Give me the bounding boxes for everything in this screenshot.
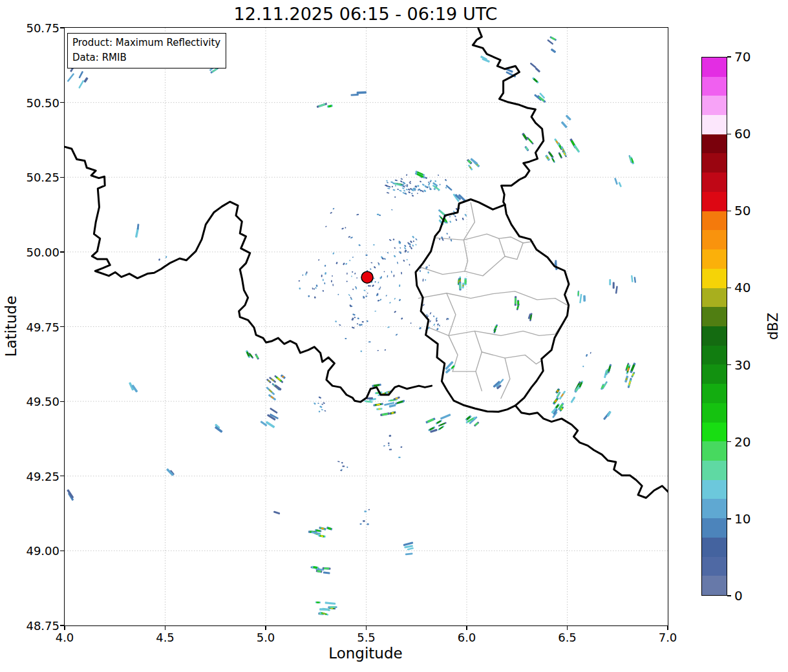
radar-figure: 12.11.2025 06:15 - 06:19 UTC Product: Ma… <box>0 0 788 672</box>
colorbar-segment-65-67.5dbz <box>702 77 727 96</box>
x-tick-mark <box>165 626 165 630</box>
radar-echoes <box>67 36 636 616</box>
colorbar-tick-mark <box>727 134 731 134</box>
y-tick-label: 50.75 <box>0 21 59 35</box>
border-france-germany <box>515 406 668 498</box>
radar-site-marker <box>361 271 373 283</box>
colorbar-tick-mark <box>727 441 731 442</box>
colorbar-segment-40-42.5dbz <box>702 269 727 288</box>
plot-title: 12.11.2025 06:15 - 06:19 UTC <box>64 4 667 24</box>
colorbar-segment-57.5-60dbz <box>702 134 727 154</box>
x-tick-mark <box>265 626 266 630</box>
annotation-product-line: Product: Maximum Reflectivity <box>72 36 220 50</box>
colorbar-segment-52.5-55dbz <box>702 173 727 192</box>
grid-lines <box>65 28 668 625</box>
x-tick-mark <box>366 626 367 630</box>
colorbar-tick-label: 20 <box>734 434 751 450</box>
x-tick-label: 4.5 <box>156 631 175 644</box>
colorbar-segment-2.5-5dbz <box>702 557 727 576</box>
y-tick-mark <box>60 251 64 252</box>
colorbar-tick-label: 30 <box>734 357 751 373</box>
colorbar-tick-mark <box>727 288 731 288</box>
y-tick-label: 49.25 <box>0 469 59 483</box>
border-belgium-germany <box>473 28 544 205</box>
colorbar-segment-62.5-65dbz <box>702 96 727 115</box>
colorbar-tick-mark <box>727 595 731 596</box>
y-tick-label: 49.50 <box>0 395 59 408</box>
border-belgium-france <box>65 147 432 402</box>
x-tick-label: 4.0 <box>56 631 74 644</box>
colorbar-segment-50-52.5dbz <box>702 192 727 211</box>
colorbar-segment-5-7.5dbz <box>702 538 727 557</box>
colorbar-tick-mark <box>727 518 731 519</box>
colorbar-segment-25-27.5dbz <box>702 384 727 403</box>
colorbar-segment-45-47.5dbz <box>702 230 727 249</box>
colorbar-segment-12.5-15dbz <box>702 480 727 499</box>
y-tick-mark <box>60 401 64 402</box>
colorbar-tick-label: 60 <box>734 126 751 142</box>
colorbar-segment-17.5-20dbz <box>702 441 727 461</box>
y-tick-label: 50.50 <box>0 96 59 109</box>
colorbar-segment-32.5-35dbz <box>702 326 727 346</box>
colorbar-segment-30-32.5dbz <box>702 346 727 365</box>
colorbar-unit-label: dBZ <box>765 313 781 340</box>
colorbar-tick-mark <box>727 364 731 365</box>
colorbar-segment-10-12.5dbz <box>702 499 727 518</box>
y-tick-mark <box>60 625 64 625</box>
x-tick-mark <box>567 626 568 630</box>
x-tick-label: 7.0 <box>659 631 677 644</box>
colorbar-segment-55-57.5dbz <box>702 153 727 173</box>
radar-map-canvas <box>65 28 668 625</box>
colorbar-segment-27.5-30dbz <box>702 364 727 384</box>
colorbar-tick-mark <box>727 56 731 57</box>
colorbar-segment-47.5-50dbz <box>702 211 727 231</box>
x-tick-mark <box>667 626 668 630</box>
x-tick-label: 6.0 <box>458 631 476 644</box>
colorbar-segment-20-22.5dbz <box>702 423 727 442</box>
y-tick-mark <box>60 326 64 327</box>
colorbar-segment-42.5-45dbz <box>702 249 727 269</box>
colorbar-tick-label: 40 <box>734 280 751 295</box>
x-tick-mark <box>64 626 65 630</box>
colorbar-segment-60-62.5dbz <box>702 115 727 134</box>
y-tick-label: 49.75 <box>0 320 59 333</box>
colorbar-segment-35-37.5dbz <box>702 307 727 326</box>
colorbar-segment-22.5-25dbz <box>702 403 727 423</box>
colorbar-tick-mark <box>727 211 731 211</box>
y-tick-label: 49.00 <box>0 544 59 558</box>
colorbar-tick-label: 10 <box>734 511 751 527</box>
x-tick-label: 5.5 <box>357 631 376 644</box>
y-tick-mark <box>60 27 64 28</box>
colorbar <box>701 57 727 596</box>
y-tick-mark <box>60 102 64 103</box>
x-tick-label: 6.5 <box>558 631 577 644</box>
colorbar-segment-15-17.5dbz <box>702 461 727 480</box>
border-luxembourg <box>416 200 569 412</box>
x-axis-label: Longitude <box>64 645 667 662</box>
map-plot-area: Product: Maximum Reflectivity Data: RMIB <box>64 27 668 626</box>
colorbar-segment-0-2.5dbz <box>702 576 727 595</box>
x-tick-label: 5.0 <box>257 631 275 644</box>
y-tick-mark <box>60 551 64 551</box>
product-annotation-box: Product: Maximum Reflectivity Data: RMIB <box>67 33 226 68</box>
colorbar-segment-7.5-10dbz <box>702 518 727 538</box>
x-tick-mark <box>466 626 467 630</box>
y-tick-label: 50.00 <box>0 245 59 258</box>
colorbar-tick-label: 50 <box>734 203 751 218</box>
colorbar-segment-37.5-40dbz <box>702 288 727 308</box>
annotation-data-line: Data: RMIB <box>72 50 220 65</box>
y-tick-label: 48.75 <box>0 619 59 633</box>
colorbar-tick-label: 0 <box>734 588 743 604</box>
y-tick-mark <box>60 476 64 476</box>
district-borders <box>418 203 568 399</box>
colorbar-tick-label: 70 <box>734 49 751 65</box>
y-tick-mark <box>60 177 64 178</box>
colorbar-segment-67.5-70dbz <box>702 58 727 77</box>
y-tick-label: 50.25 <box>0 171 59 184</box>
